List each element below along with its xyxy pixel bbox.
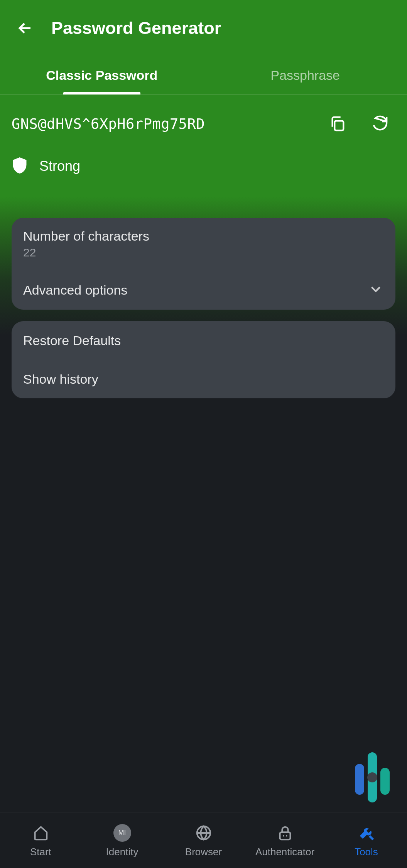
tab-label: Passphrase: [270, 68, 340, 83]
option-value: 22: [23, 246, 384, 259]
nav-label: Tools: [355, 846, 378, 858]
strength-label: Strong: [39, 158, 80, 174]
empty-area: [0, 335, 407, 812]
bottom-nav: Start MI Identity Browser Authenticator …: [0, 812, 407, 868]
tab-classic-password[interactable]: Classic Password: [0, 56, 204, 94]
avatar-initials: MI: [113, 824, 131, 842]
restore-defaults-row[interactable]: Restore Defaults: [12, 321, 395, 360]
tabs: Classic Password Passphrase: [0, 56, 407, 94]
svg-rect-1: [355, 764, 364, 795]
globe-icon: [195, 823, 213, 843]
arrow-left-icon: [16, 19, 34, 37]
tab-label: Classic Password: [46, 68, 157, 83]
back-button[interactable]: [10, 13, 41, 44]
svg-point-8: [285, 835, 287, 836]
svg-rect-6: [280, 832, 290, 839]
option-label: Advanced options: [23, 283, 368, 298]
copy-icon: [329, 115, 346, 133]
tab-passphrase[interactable]: Passphrase: [204, 56, 407, 94]
avatar-icon: MI: [113, 823, 131, 843]
nav-identity[interactable]: MI Identity: [81, 812, 163, 868]
refresh-icon: [371, 115, 389, 133]
content-area: Number of characters 22 Advanced options: [0, 197, 407, 335]
nav-label: Start: [30, 846, 51, 858]
nav-tools[interactable]: Tools: [326, 812, 407, 868]
lock-icon: [276, 823, 294, 843]
header: Password Generator Classic Password Pass…: [0, 0, 407, 197]
option-label: Number of characters: [23, 229, 384, 244]
nav-label: Identity: [106, 846, 138, 858]
svg-point-7: [283, 835, 284, 836]
page-title: Password Generator: [51, 18, 221, 38]
chevron-down-icon: [368, 281, 384, 299]
regenerate-button[interactable]: [368, 112, 392, 135]
generated-password: GNS@dHVS^6XpH6rPmg75RD: [12, 116, 326, 132]
action-label: Restore Defaults: [23, 333, 384, 348]
number-of-characters-row[interactable]: Number of characters 22: [12, 218, 395, 270]
svg-rect-3: [380, 768, 390, 795]
advanced-options-row[interactable]: Advanced options: [12, 270, 395, 310]
nav-browser[interactable]: Browser: [163, 812, 244, 868]
actions-card: Restore Defaults Show history: [12, 321, 395, 398]
nav-authenticator[interactable]: Authenticator: [244, 812, 326, 868]
show-history-row[interactable]: Show history: [12, 360, 395, 398]
assistant-icon: [351, 748, 393, 806]
copy-button[interactable]: [326, 112, 349, 135]
options-card: Number of characters 22 Advanced options: [12, 218, 395, 310]
action-label: Show history: [23, 372, 384, 387]
tools-icon: [358, 823, 375, 843]
nav-label: Browser: [185, 846, 222, 858]
svg-point-4: [367, 772, 377, 782]
svg-rect-0: [334, 121, 343, 130]
password-display: GNS@dHVS^6XpH6rPmg75RD: [0, 95, 407, 197]
nav-label: Authenticator: [255, 846, 314, 858]
shield-icon: [12, 157, 28, 176]
nav-start[interactable]: Start: [0, 812, 81, 868]
assistant-fab[interactable]: [351, 748, 393, 806]
home-icon: [32, 823, 50, 843]
